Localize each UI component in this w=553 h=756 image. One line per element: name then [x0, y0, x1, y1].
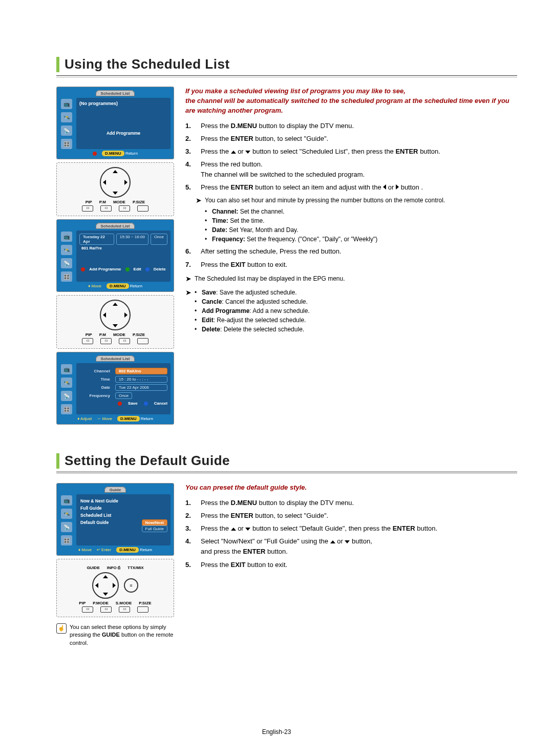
hand-icon: ☝	[56, 623, 67, 634]
sidebar-icon: 📺	[61, 364, 72, 374]
tv-tab: Scheduled List	[96, 355, 135, 362]
list-time: 15:30 ~ 16:00	[116, 234, 148, 245]
sidebar-icon: 🛰️	[61, 112, 72, 122]
illustration-column: Guide 📺 🛰️ 📡 🎛️ Now & Next Guide Full Gu…	[56, 483, 174, 647]
hint-note: ☝ You can select these options by simply…	[56, 623, 174, 647]
down-arrow-icon	[345, 540, 350, 543]
red-dot-icon	[81, 267, 85, 271]
down-arrow-icon	[103, 593, 108, 596]
time-value: 15 : 20 to - - : - -	[115, 376, 167, 383]
instructions-column: You can preset the default guide style. …	[185, 483, 517, 647]
list-date: Tuesday 22 Apr	[79, 234, 114, 245]
illustration-column: Scheduled List 📺 🛰️ 📡 🎛️ (No programmes)…	[56, 87, 174, 425]
dmenu-pill: D.MENU	[102, 151, 124, 156]
step: After setting the schedule, Press the re…	[185, 246, 517, 257]
down-arrow-icon	[113, 192, 118, 195]
dmenu-pill: D.MENU	[107, 283, 129, 289]
step: Select "Now/Next" or "Full Guide" using …	[185, 536, 517, 557]
blue-dot-icon	[145, 267, 150, 271]
dpad-ring-icon	[100, 300, 131, 330]
tv-panel-empty: Scheduled List 📺 🛰️ 📡 🎛️ (No programmes)…	[56, 87, 174, 159]
sidebar-icon: 📡	[61, 522, 72, 532]
heading: Using the Scheduled List	[65, 56, 230, 72]
heading: Setting the Default Guide	[65, 453, 230, 469]
section-default-guide: Setting the Default Guide Guide 📺 🛰️ 📡 🎛…	[56, 453, 517, 647]
selected-option: Now/Next	[142, 519, 167, 526]
instructions-column: If you make a scheduled viewing list of …	[185, 87, 517, 425]
section-scheduled-list: Using the Scheduled List Scheduled List …	[56, 56, 517, 425]
tv-panel-list: Scheduled List 📺 🛰️ 📡 🎛️ Tuesday 22 Apr …	[56, 219, 174, 292]
date-value: Tue 22 Apr 2006	[115, 384, 167, 391]
steps-list: Press the D.MENU button to display the D…	[185, 498, 517, 570]
menu-item: Full Guide	[79, 505, 167, 512]
step: Press the EXIT button to exit.	[185, 560, 517, 570]
steps-list: Press the D.MENU button to display the D…	[185, 121, 517, 270]
up-arrow-icon	[113, 303, 118, 306]
rule	[56, 472, 517, 474]
green-dot-icon	[125, 267, 130, 271]
sidebar-icon: 📺	[61, 232, 72, 242]
sidebar-icon: 📡	[61, 391, 72, 401]
intro-text: If you make a scheduled viewing list of …	[185, 87, 517, 116]
tv-tab: Guide	[104, 487, 126, 493]
remote-diagram: PIP P.M MODE P.SIZE ⊡⊡⊡	[56, 295, 174, 349]
dmenu-pill: D.MENU	[116, 547, 139, 553]
up-arrow-icon	[231, 528, 236, 531]
sidebar-icon: 🎛️	[61, 535, 72, 545]
tv-tab: Scheduled List	[96, 90, 135, 96]
down-arrow-icon	[245, 528, 250, 531]
menu-item: Scheduled List	[79, 512, 167, 519]
sidebar-icon: 📺	[61, 495, 72, 506]
note-arrow-icon: ➤	[185, 274, 192, 284]
option: Full Guide	[142, 526, 167, 532]
sidebar-icon: 🎛️	[61, 139, 72, 149]
sidebar-icon: 🎛️	[61, 271, 72, 282]
up-arrow-icon	[330, 540, 335, 543]
up-arrow-icon	[103, 575, 108, 578]
note-arrow-icon: ➤	[185, 287, 192, 333]
remote-diagram: PIP P.M MODE P.SIZE ⊡⊡⊡	[56, 162, 174, 216]
sidebar-icon: 🛰️	[61, 245, 72, 255]
step: Press the ENTER button, to select "Guide…	[185, 511, 517, 521]
tv-tab: Scheduled List	[96, 223, 135, 229]
up-arrow-icon	[231, 151, 236, 154]
sidebar-icon: 📺	[61, 99, 72, 109]
step: Press the ENTER button, to select "Guide…	[185, 134, 517, 144]
blue-dot-icon	[144, 402, 148, 406]
step: Press the ENTER button to select an item…	[185, 182, 517, 244]
page-number: English-23	[0, 728, 553, 736]
left-arrow-icon	[103, 312, 106, 318]
step: Press the or button to select "Scheduled…	[185, 146, 517, 157]
dpad-ring-icon	[100, 167, 131, 198]
sidebar-icon: 🛰️	[61, 509, 72, 519]
channel-value: 802 RaiUno	[115, 368, 167, 374]
right-arrow-icon	[124, 180, 127, 185]
list-channel: 801 RaiTre	[79, 245, 167, 251]
down-arrow-icon	[245, 151, 250, 154]
add-programme-label: Add Programme	[79, 131, 167, 136]
accent-bar-icon	[56, 57, 59, 72]
note-arrow-icon: ➤	[196, 195, 202, 243]
menu-item: Default Guide	[79, 519, 110, 526]
ttx-circle-icon: ≡	[124, 578, 138, 593]
left-arrow-icon	[103, 180, 106, 185]
intro-text: You can preset the default guide style.	[185, 483, 517, 493]
red-dot-icon	[118, 402, 122, 406]
step: Press the D.MENU button to display the D…	[185, 121, 517, 131]
tv-panel-form: Scheduled List 📺 🛰️ 📡 🎛️ Channel802 RaiU…	[56, 352, 174, 425]
step: Press the D.MENU button to display the D…	[185, 498, 517, 508]
no-programmes-label: (No programmes)	[79, 101, 167, 106]
remote-diagram: GUIDE INFO ⎙ TTX/MIX ≡	[56, 559, 174, 617]
dmenu-pill: D.MENU	[117, 416, 140, 422]
up-arrow-icon	[113, 170, 118, 173]
accent-bar-icon	[56, 453, 59, 469]
right-arrow-icon	[124, 312, 127, 318]
step: Press the red button.The channel will be…	[185, 159, 517, 180]
step: Press the EXIT button to exit.	[185, 260, 517, 270]
dpad-ring-icon	[92, 572, 119, 599]
rule	[56, 75, 517, 77]
right-arrow-icon	[113, 583, 116, 588]
down-arrow-icon	[113, 324, 118, 327]
sidebar-icon: 🎛️	[61, 404, 72, 414]
left-arrow-icon	[95, 583, 98, 588]
